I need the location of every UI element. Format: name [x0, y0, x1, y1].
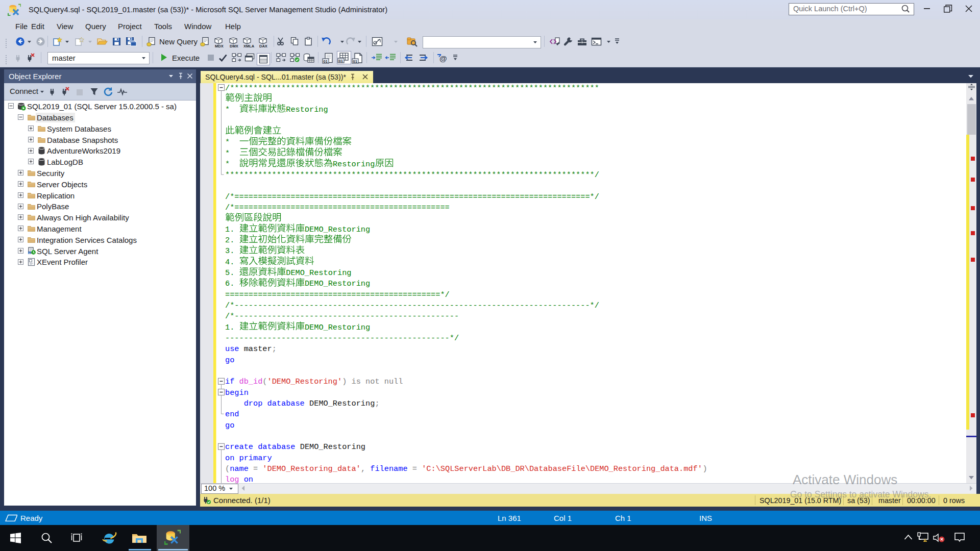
svg-text:/*----------------------------: /*--------------------------------------… [225, 312, 459, 321]
svg-text:is not null: is not null [347, 377, 403, 386]
svg-text:): ) [702, 464, 707, 473]
svg-text:;: ; [272, 344, 277, 354]
svg-text:MDX: MDX [215, 44, 224, 48]
svg-text:=: = [249, 464, 262, 473]
svg-text:XMLA: XMLA [243, 44, 255, 48]
svg-text:Restoring: Restoring [333, 160, 375, 169]
svg-text:on primary: on primary [225, 454, 272, 463]
svg-text:@: @ [439, 54, 447, 62]
svg-text:(: ( [262, 377, 267, 386]
svg-text:DEMO_Restoring: DEMO_Restoring [286, 268, 351, 278]
svg-text:DEMO_Restoring: DEMO_Restoring [296, 442, 365, 452]
svg-text:1.: 1. [225, 323, 239, 332]
svg-text:/*============================: /*======================================… [225, 203, 450, 212]
svg-text:*: * [225, 138, 239, 147]
svg-text:'DEMO_Restoring': 'DEMO_Restoring' [267, 377, 342, 386]
svg-text:/*----------------------------: /*--------------------------------------… [225, 301, 599, 310]
svg-text:4.: 4. [225, 258, 239, 267]
svg-text:==============================: ========================================… [225, 290, 450, 299]
svg-text:5.: 5. [225, 268, 239, 278]
svg-text:;: ; [375, 399, 379, 408]
svg-text:DEMO_Restoring: DEMO_Restoring [305, 279, 370, 288]
svg-text:name: name [230, 464, 249, 473]
svg-text:******************************: ****************************************… [225, 170, 599, 180]
svg-text:go: go [225, 421, 234, 430]
svg-text:2.: 2. [225, 236, 239, 245]
svg-text:/*============================: /*======================================… [225, 192, 599, 202]
svg-text:drop database: drop database [244, 399, 305, 408]
svg-text:use: use [225, 344, 239, 354]
svg-text:1.: 1. [225, 225, 239, 234]
svg-text:'DEMO_Restoring_data': 'DEMO_Restoring_data' [262, 464, 360, 473]
svg-text:go: go [225, 356, 234, 365]
svg-text:if: if [225, 377, 234, 386]
svg-text:on: on [239, 475, 253, 483]
svg-text:'C:\SQLServerLab\DB_DR\Databas: 'C:\SQLServerLab\DB_DR\DatabaseFile\DEMO… [422, 464, 702, 473]
svg-text:DEMO_Restoring: DEMO_Restoring [305, 399, 375, 408]
svg-text:DEMO_Restoring: DEMO_Restoring [305, 323, 370, 332]
svg-text:DAX: DAX [259, 44, 267, 48]
svg-text:end: end [225, 410, 239, 419]
svg-text:01: 01 [339, 59, 343, 63]
svg-text:begin: begin [225, 388, 249, 397]
svg-text:01: 01 [324, 59, 328, 64]
svg-text:01: 01 [353, 59, 357, 64]
svg-text:*: * [225, 105, 239, 114]
svg-text:,: , [361, 464, 365, 473]
svg-text:=: = [408, 464, 422, 473]
svg-text:master: master [239, 344, 272, 354]
svg-text:filename: filename [365, 464, 407, 473]
svg-text:*: * [225, 149, 239, 158]
svg-text:DEMO_Restoring: DEMO_Restoring [305, 225, 370, 234]
svg-text:------------------------------: ----------------------------------------… [225, 334, 459, 343]
svg-text:*: * [225, 160, 239, 169]
svg-text:(: ( [225, 464, 230, 473]
svg-text:3.: 3. [225, 246, 239, 256]
svg-text:create database: create database [225, 442, 295, 452]
svg-text:xo: xo [29, 252, 31, 255]
svg-text:): ) [342, 377, 347, 386]
svg-text:db_id: db_id [239, 377, 263, 386]
svg-text:6.: 6. [225, 279, 239, 288]
svg-text:/*****************************: /***************************************… [225, 84, 599, 93]
svg-text:Restoring: Restoring [286, 105, 328, 114]
svg-text:DMX: DMX [230, 44, 238, 48]
svg-text:log: log [225, 475, 239, 483]
